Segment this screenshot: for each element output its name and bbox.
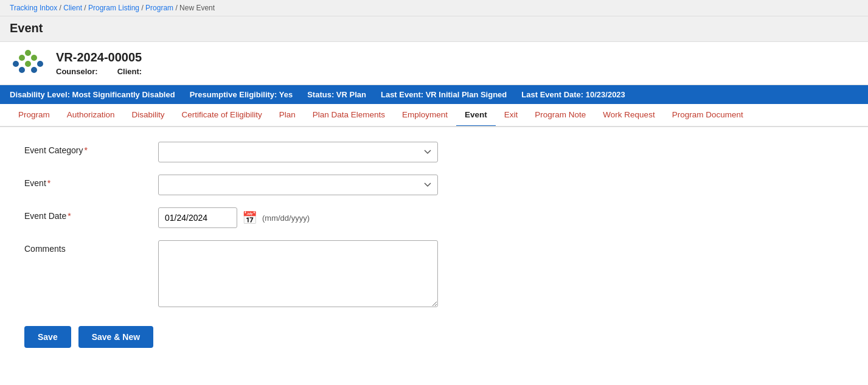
- svg-point-2: [31, 55, 37, 61]
- tab-program-note[interactable]: Program Note: [526, 104, 594, 127]
- svg-point-7: [31, 67, 37, 73]
- client-logo: [10, 48, 46, 78]
- page-title: Event: [10, 21, 858, 35]
- event-date-row: Event Date* 📅 (mm/dd/yyyy): [24, 207, 844, 228]
- save-button[interactable]: Save: [24, 326, 71, 348]
- breadcrumb-tracking-inbox[interactable]: Tracking Inbox: [10, 4, 57, 12]
- presumptive-eligibility: Presumptive Eligibility: Yes: [190, 90, 308, 99]
- event-label: Event*: [24, 175, 158, 188]
- button-row: Save Save & New: [24, 326, 844, 348]
- event-date-label: Event Date*: [24, 207, 158, 221]
- calendar-icon[interactable]: 📅: [242, 210, 257, 225]
- breadcrumb-program-listing[interactable]: Program Listing: [88, 4, 139, 12]
- event-row: Event*: [24, 175, 844, 195]
- client-info-bar: VR-2024-00005 Counselor: Client:: [0, 42, 868, 85]
- event-category-select[interactable]: [158, 142, 438, 162]
- breadcrumb: Tracking Inbox / Client / Program Listin…: [0, 0, 868, 16]
- svg-point-4: [25, 61, 31, 67]
- save-new-button[interactable]: Save & New: [78, 326, 153, 348]
- svg-point-1: [19, 55, 25, 61]
- event-category-row: Event Category*: [24, 142, 844, 162]
- svg-point-0: [25, 50, 31, 56]
- comments-row: Comments: [24, 240, 844, 309]
- tab-work-request[interactable]: Work Request: [594, 104, 663, 127]
- client-details: VR-2024-00005 Counselor: Client:: [56, 50, 142, 76]
- breadcrumb-current: New Event: [179, 4, 215, 12]
- tab-certificate-of-eligibility[interactable]: Certificate of Eligibility: [173, 104, 271, 127]
- client-id: VR-2024-00005: [56, 50, 142, 64]
- counselor-label: Counselor:: [56, 67, 98, 76]
- status: Status: VR Plan: [307, 90, 381, 99]
- svg-point-5: [37, 61, 43, 67]
- tab-program-document[interactable]: Program Document: [664, 104, 752, 127]
- tab-event[interactable]: Event: [456, 104, 496, 127]
- event-select[interactable]: [158, 175, 438, 195]
- form-area: Event Category* Event* Event Date* 📅 (m: [0, 127, 868, 372]
- event-control: [158, 175, 438, 195]
- date-row: 📅 (mm/dd/yyyy): [158, 207, 438, 228]
- tab-plan-data-elements[interactable]: Plan Data Elements: [304, 104, 394, 127]
- breadcrumb-client[interactable]: Client: [63, 4, 82, 12]
- tab-employment[interactable]: Employment: [394, 104, 456, 127]
- comments-label: Comments: [24, 240, 158, 254]
- tab-authorization[interactable]: Authorization: [58, 104, 123, 127]
- event-category-control: [158, 142, 438, 162]
- event-date-input[interactable]: [158, 207, 237, 228]
- svg-point-3: [13, 61, 19, 67]
- event-date-control: 📅 (mm/dd/yyyy): [158, 207, 438, 228]
- nav-tabs: Program Authorization Disability Certifi…: [0, 104, 868, 127]
- disability-level: Disability Level: Most Significantly Dis…: [10, 90, 190, 99]
- tab-disability[interactable]: Disability: [123, 104, 173, 127]
- client-label: Client:: [117, 67, 142, 76]
- breadcrumb-program[interactable]: Program: [145, 4, 173, 12]
- last-event: Last Event: VR Initial Plan Signed: [381, 90, 521, 99]
- comments-textarea[interactable]: [158, 240, 438, 307]
- tab-program[interactable]: Program: [10, 104, 58, 127]
- tab-plan[interactable]: Plan: [271, 104, 304, 127]
- client-meta: Counselor: Client:: [56, 67, 142, 76]
- last-event-date: Last Event Date: 10/23/2023: [521, 90, 640, 99]
- comments-control: [158, 240, 438, 309]
- date-format-hint: (mm/dd/yyyy): [262, 213, 310, 223]
- svg-point-6: [19, 67, 25, 73]
- page-title-bar: Event: [0, 16, 868, 42]
- tab-exit[interactable]: Exit: [496, 104, 527, 127]
- event-category-label: Event Category*: [24, 142, 158, 155]
- status-bar: Disability Level: Most Significantly Dis…: [0, 85, 868, 104]
